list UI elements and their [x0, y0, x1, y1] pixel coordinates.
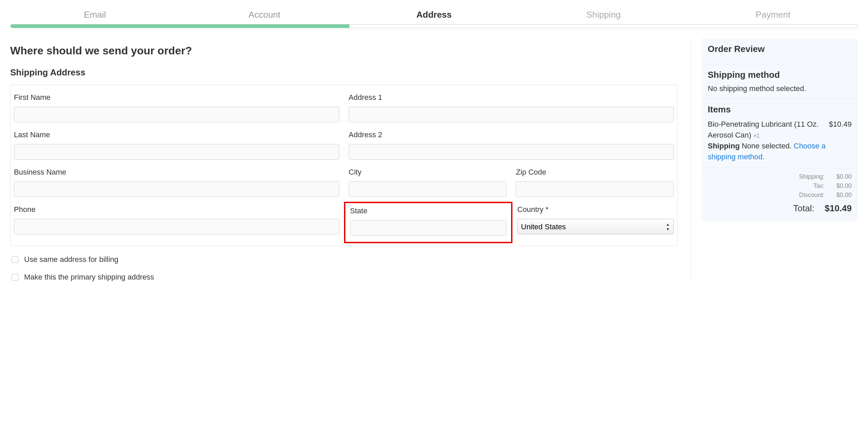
- state-label: State: [350, 207, 507, 215]
- checkout-page: Email Account Address Shipping Payment W…: [0, 10, 868, 282]
- grand-total-label: Total:: [793, 202, 814, 215]
- shipping-line: Shipping None selected. Choose a shippin…: [708, 141, 852, 162]
- same-billing-label: Use same address for billing: [24, 255, 119, 264]
- primary-address-label: Make this the primary shipping address: [24, 273, 154, 282]
- shipping-method-text: No shipping method selected.: [708, 84, 852, 93]
- tax-total-value: $0.00: [828, 181, 852, 191]
- section-title: Shipping Address: [10, 67, 677, 78]
- first-name-label: First Name: [14, 93, 339, 102]
- grand-total-value: $10.49: [818, 202, 852, 215]
- step-email[interactable]: Email: [10, 10, 180, 24]
- address1-label: Address 1: [349, 93, 674, 102]
- step-shipping[interactable]: Shipping: [519, 10, 688, 24]
- order-review-title: Order Review: [708, 44, 852, 54]
- shipping-label: Shipping: [708, 142, 740, 150]
- item-name: Bio-Penetrating Lubricant (11 Oz. Aeroso…: [708, 120, 819, 139]
- last-name-label: Last Name: [14, 130, 339, 139]
- phone-label: Phone: [14, 205, 339, 214]
- step-payment[interactable]: Payment: [688, 10, 858, 24]
- step-account[interactable]: Account: [180, 10, 349, 24]
- step-address[interactable]: Address: [349, 10, 519, 24]
- item-qty: ×1: [754, 133, 760, 139]
- same-billing-checkbox[interactable]: [12, 256, 18, 263]
- city-label: City: [349, 168, 507, 177]
- discount-total-label: Discount:: [799, 191, 825, 200]
- progress-fill: [11, 24, 349, 28]
- discount-total-value: $0.00: [828, 191, 852, 200]
- tax-total-label: Tax:: [813, 181, 825, 191]
- state-input[interactable]: [350, 220, 507, 236]
- country-label: Country *: [517, 205, 674, 214]
- city-input[interactable]: [349, 181, 507, 197]
- checkout-steps: Email Account Address Shipping Payment: [10, 10, 858, 24]
- order-item: $10.49 Bio-Penetrating Lubricant (11 Oz.…: [708, 119, 852, 141]
- last-name-input[interactable]: [14, 144, 339, 160]
- totals: Shipping: $0.00 Tax: $0.00 Discount: $0.…: [702, 168, 858, 221]
- address1-input[interactable]: [349, 107, 674, 122]
- page-title: Where should we send your order?: [10, 44, 677, 57]
- shipping-method-title: Shipping method: [708, 70, 852, 80]
- first-name-input[interactable]: [14, 107, 339, 122]
- phone-input[interactable]: [14, 219, 339, 234]
- primary-address-checkbox[interactable]: [12, 274, 18, 281]
- item-price: $10.49: [829, 119, 852, 130]
- order-review-panel: Order Review Shipping method No shipping…: [702, 38, 858, 221]
- shipping-address-form: First Name Last Name Business Name Phone: [10, 85, 677, 246]
- business-name-input[interactable]: [14, 181, 339, 197]
- country-select[interactable]: United States: [517, 219, 674, 234]
- shipping-value: None selected.: [742, 142, 792, 150]
- address2-label: Address 2: [349, 130, 674, 139]
- shipping-total-label: Shipping:: [799, 172, 825, 181]
- progress-bar: [10, 24, 858, 28]
- shipping-total-value: $0.00: [828, 172, 852, 181]
- items-title: Items: [708, 104, 852, 115]
- state-field-highlight: State: [344, 202, 513, 243]
- zip-input[interactable]: [516, 181, 674, 197]
- address2-input[interactable]: [349, 144, 674, 160]
- business-name-label: Business Name: [14, 168, 339, 177]
- zip-label: Zip Code: [516, 168, 674, 177]
- address-form-column: Where should we send your order? Shippin…: [10, 38, 691, 282]
